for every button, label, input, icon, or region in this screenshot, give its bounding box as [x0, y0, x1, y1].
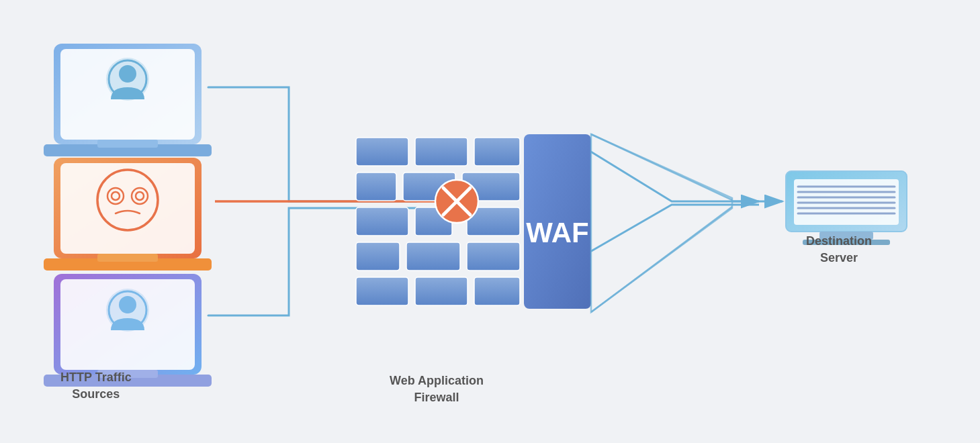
http-sources-label: HTTP TrafficSources [60, 369, 132, 403]
svg-rect-35 [356, 207, 408, 236]
svg-rect-36 [356, 242, 400, 270]
svg-rect-38 [467, 242, 520, 270]
svg-line-48 [591, 134, 732, 200]
svg-line-49 [591, 207, 732, 312]
svg-rect-29 [356, 138, 408, 166]
svg-rect-31 [474, 138, 520, 166]
svg-point-24 [119, 296, 136, 313]
svg-rect-10 [97, 140, 158, 148]
svg-text:WAF: WAF [526, 217, 588, 248]
svg-rect-40 [415, 277, 467, 305]
svg-rect-39 [356, 277, 408, 305]
svg-rect-41 [474, 277, 520, 305]
svg-rect-12 [60, 163, 195, 254]
svg-rect-19 [97, 254, 158, 262]
svg-point-8 [119, 65, 136, 83]
destination-label: DestinationServer [773, 233, 905, 266]
diagram-container: WAF [0, 0, 980, 443]
waf-label: Web ApplicationFirewall [369, 373, 504, 406]
svg-rect-32 [356, 173, 396, 201]
svg-rect-37 [406, 242, 460, 270]
svg-rect-30 [415, 138, 467, 166]
